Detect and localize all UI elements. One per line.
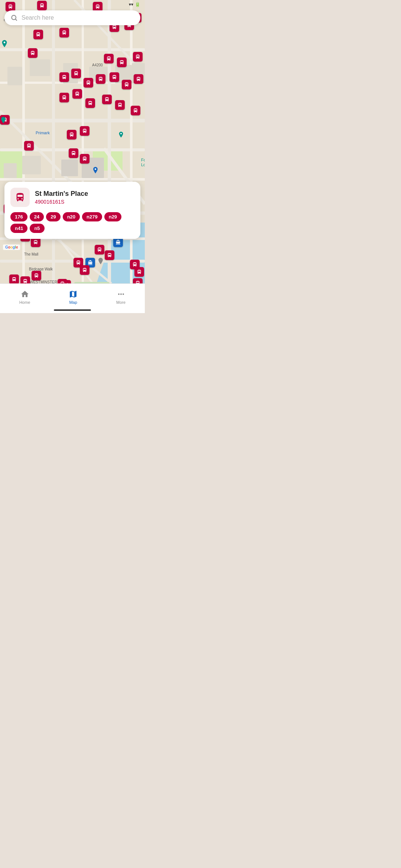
- map-icon: [69, 290, 78, 299]
- bus-marker[interactable]: [122, 80, 131, 89]
- search-icon: [10, 14, 18, 22]
- svg-rect-24: [7, 67, 22, 85]
- route-badge[interactable]: n29: [104, 212, 121, 221]
- svg-line-44: [16, 19, 17, 21]
- nav-item-home[interactable]: Home: [13, 288, 36, 306]
- bus-marker[interactable]: [72, 89, 82, 99]
- bus-marker[interactable]: [96, 74, 105, 84]
- status-bar: ▾▾ 🔋: [0, 0, 145, 9]
- route-badge[interactable]: n20: [63, 212, 80, 221]
- bottom-nav: Home Map More: [0, 283, 145, 313]
- nav-item-map[interactable]: Map: [63, 288, 84, 306]
- bus-stop-code: 490016161S: [35, 199, 88, 205]
- home-indicator: [54, 309, 91, 311]
- map-container[interactable]: eun of Zoology Primark Forbidden Planet …: [0, 0, 145, 283]
- route-badge[interactable]: 29: [46, 212, 60, 221]
- bus-marker[interactable]: [131, 106, 140, 115]
- bus-marker[interactable]: [28, 48, 38, 58]
- bus-marker[interactable]: [20, 276, 30, 283]
- bus-marker[interactable]: [133, 52, 143, 62]
- bus-marker[interactable]: [71, 69, 81, 78]
- search-bar[interactable]: Search here: [4, 10, 140, 25]
- svg-point-43: [12, 15, 16, 20]
- location-pin: [1, 40, 8, 50]
- museum-pin: [0, 117, 7, 126]
- bus-marker[interactable]: [32, 271, 41, 280]
- route-badge[interactable]: n279: [82, 212, 102, 221]
- bus-marker[interactable]: [104, 54, 114, 63]
- svg-point-42: [95, 168, 96, 170]
- bus-marker[interactable]: [58, 279, 67, 283]
- bus-marker[interactable]: [67, 130, 76, 139]
- bus-marker[interactable]: [110, 72, 119, 82]
- route-badge[interactable]: 176: [10, 212, 27, 221]
- nav-item-more[interactable]: More: [110, 288, 131, 306]
- bus-routes: 1762429n20n279n29n41n5: [10, 212, 134, 233]
- bus-marker[interactable]: [24, 141, 34, 151]
- bus-marker[interactable]: [95, 245, 104, 254]
- more-icon: [117, 290, 125, 299]
- svg-rect-32: [61, 160, 78, 176]
- bus-marker[interactable]: [105, 250, 114, 260]
- bus-marker[interactable]: [134, 267, 144, 277]
- route-badge[interactable]: 24: [30, 212, 44, 221]
- svg-point-40: [4, 42, 6, 43]
- bus-marker[interactable]: [134, 74, 143, 84]
- wifi-icon: ▾▾: [129, 2, 133, 7]
- search-placeholder: Search here: [22, 14, 54, 21]
- bus-marker[interactable]: [80, 154, 89, 164]
- bus-marker[interactable]: [133, 278, 143, 283]
- svg-rect-13: [0, 260, 145, 263]
- castle-westminster-pin: [97, 258, 104, 267]
- bus-marker[interactable]: [85, 98, 95, 108]
- bus-marker[interactable]: [59, 93, 69, 102]
- svg-rect-8: [0, 119, 145, 122]
- bus-marker[interactable]: [33, 30, 43, 39]
- bus-marker[interactable]: [102, 95, 112, 104]
- svg-point-41: [120, 133, 122, 134]
- bus-stop-card: St Martin's Place 490016161S 1762429n20n…: [4, 182, 140, 239]
- bus-stop-header: St Martin's Place 490016161S: [10, 188, 134, 207]
- svg-rect-15: [52, 0, 55, 283]
- battery-icon: 🔋: [135, 2, 140, 7]
- svg-rect-25: [30, 59, 50, 76]
- home-icon: [20, 290, 29, 299]
- bus-marker[interactable]: [117, 57, 127, 67]
- svg-rect-17: [108, 0, 111, 283]
- location-pin-teal: [118, 132, 124, 141]
- svg-rect-16: [82, 0, 84, 283]
- svg-rect-10: [0, 178, 145, 181]
- bus-marker[interactable]: [69, 148, 78, 158]
- svg-rect-18: [130, 0, 133, 283]
- nav-label-home: Home: [19, 300, 30, 305]
- nav-label-more: More: [116, 300, 125, 305]
- bus-marker[interactable]: [59, 72, 69, 82]
- route-badge[interactable]: n5: [30, 224, 44, 233]
- nav-location-pin: [92, 167, 99, 177]
- bus-marker[interactable]: [9, 274, 19, 283]
- bus-marker[interactable]: [84, 78, 93, 88]
- route-badge[interactable]: n41: [10, 224, 27, 233]
- bus-marker[interactable]: [115, 100, 125, 110]
- nav-label-map: Map: [69, 300, 77, 305]
- bus-marker[interactable]: [80, 265, 89, 275]
- bus-marker[interactable]: [80, 126, 89, 136]
- svg-rect-30: [4, 163, 17, 178]
- bus-marker[interactable]: [59, 28, 69, 37]
- bus-stop-name: St Martin's Place: [35, 190, 88, 198]
- svg-rect-31: [22, 156, 41, 174]
- bus-icon-container: [10, 188, 30, 207]
- google-watermark: Google: [3, 244, 20, 250]
